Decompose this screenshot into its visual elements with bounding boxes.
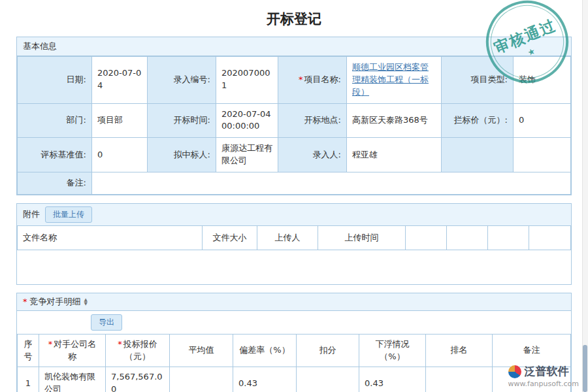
attach-col-empty [529,226,571,250]
attach-col-file-size: 文件大小 [203,226,257,250]
attachments-title: 附件 [23,208,40,220]
cell-rank [426,367,493,392]
th-average: 平均值 [170,334,233,367]
remark-label: 备注: [18,172,92,194]
date-label: 日期: [18,57,92,104]
open-place-label: 开标地点: [278,103,347,138]
attach-col-empty [488,226,529,250]
attach-col-uploader: 上传人 [257,226,318,250]
brand-watermark: 泛普软件 www.fanpusoft.com [508,364,579,388]
remark-value [92,172,571,194]
basic-info-section: 基本信息 日期: 2020-07-04 录入编号: 2020070001 *项目… [16,37,572,195]
cell-deduction [297,367,359,392]
attach-col-empty [406,226,447,250]
brand-url: www.fanpusoft.com [508,380,579,388]
brand-name: 泛普软件 [525,364,569,379]
export-button[interactable]: 导出 [91,314,122,331]
attachments-table: 文件名称 文件大小 上传人 上传时间 [17,226,571,250]
th-bid-price: *投标报价（元） [106,334,170,367]
cell-deviation: 0.43 [233,367,297,392]
project-type-label: 项目类型: [442,57,514,104]
page-title: 开标登记 [0,0,588,37]
cell-seq: 1 [18,367,39,392]
entry-person-value: 程亚雄 [347,138,442,172]
vertical-scrollbar[interactable] [582,0,588,392]
batch-upload-button[interactable]: 批量上传 [45,206,92,223]
th-deduction: 扣分 [297,334,359,367]
department-value: 项目部 [92,103,148,138]
required-mark: * [48,339,53,349]
th-float-down: 下浮情况（%） [359,334,426,367]
th-company: *对手公司名称 [39,334,106,367]
competitors-toolbar: 导出 [17,311,571,334]
th-deviation: 偏差率（%） [233,334,297,367]
scrollbar-thumb[interactable] [583,345,587,392]
competitors-header: * 竞争对手明细 ▲▼ [17,293,571,311]
competitors-section: * 竞争对手明细 ▲▼ 导出 序号 *对手公司名称 *投标报价（元） 平均值 [16,293,572,392]
competitors-header-row: 序号 *对手公司名称 *投标报价（元） 平均值 偏差率（%） 扣分 下浮情况（%… [18,334,571,367]
project-type-value: 装饰 [514,57,571,104]
empty-value-cell [514,138,571,172]
block-price-value: 0 [514,103,571,138]
cell-company: 凯伦装饰有限公司 [39,367,106,392]
entry-no-label: 录入编号: [148,57,216,104]
sort-icon[interactable]: ▲▼ [84,298,88,306]
open-time-value: 2020-07-04 00:00:00 [216,103,278,138]
attach-col-file-name: 文件名称 [18,226,203,250]
th-rank: 排名 [426,334,493,367]
department-label: 部门: [18,103,92,138]
attach-col-empty [447,226,488,250]
attach-col-upload-time: 上传时间 [318,226,406,250]
bid-opening-registration-page: 开标登记 审核通过 ★ 基本信息 日期: 2020-07-04 录入编号: 20… [0,0,588,392]
entry-no-value: 2020070001 [216,57,278,104]
project-name-cell: 顺德工业园区档案管理精装饰工程（一标段） [347,57,442,104]
open-place-value: 高新区天泰路368号 [347,103,442,138]
empty-label-cell [442,138,514,172]
basic-info-header: 基本信息 [17,37,571,56]
eval-base-value: 0 [92,138,148,172]
open-time-label: 开标时间: [148,103,216,138]
attachments-empty-area [17,250,571,284]
project-name-link[interactable]: 顺德工业园区档案管理精装饰工程（一标段） [352,62,429,97]
th-seq: 序号 [18,334,39,367]
proposed-winner-label: 拟中标人: [148,138,216,172]
cell-float-down: 0.43 [359,367,426,392]
required-mark: * [23,297,27,306]
attachments-header: 附件 批量上传 [17,204,571,226]
date-value: 2020-07-04 [92,57,148,104]
entry-person-label: 录入人: [278,138,347,172]
attachments-section: 附件 批量上传 文件名称 文件大小 上传人 上传时间 [16,203,572,285]
brand-logo-icon [508,365,521,378]
th-remark: 备注 [493,334,571,367]
table-row: 1 凯伦装饰有限公司 7,567,567.00 0.43 0.43 [18,367,571,392]
block-price-label: 拦标价（元）: [442,103,514,138]
basic-info-table: 日期: 2020-07-04 录入编号: 2020070001 *项目名称: 顺… [17,56,571,195]
proposed-winner-value: 康源达工程有限公司 [216,138,278,172]
competitors-table: 序号 *对手公司名称 *投标报价（元） 平均值 偏差率（%） 扣分 下浮情况（%… [17,334,571,392]
competitors-title: 竞争对手明细 [30,296,81,308]
cell-bid-price: 7,567,567.00 [106,367,170,392]
project-name-label: *项目名称: [278,57,347,104]
required-mark: * [299,74,303,84]
eval-base-label: 评标基准值: [18,138,92,172]
required-mark: * [118,339,122,349]
cell-average [170,367,233,392]
